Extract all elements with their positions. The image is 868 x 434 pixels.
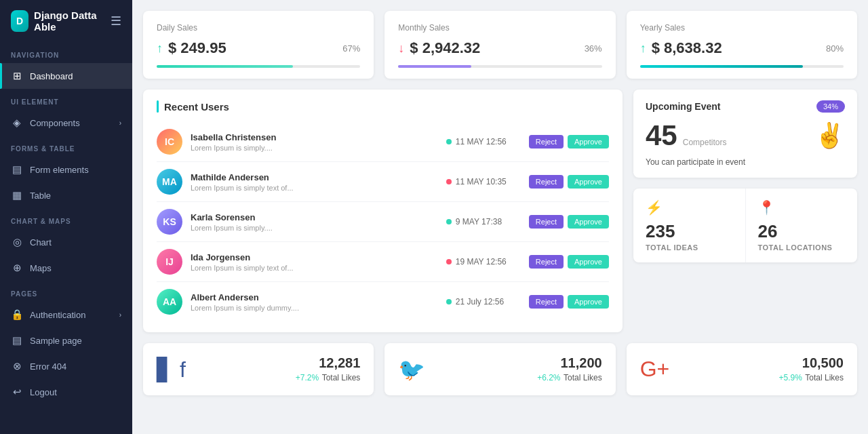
user-desc: Lorem Ipsum is simply.... xyxy=(191,224,438,232)
reject-button[interactable]: Reject xyxy=(529,135,564,149)
yearly-sales-label: Yearly Sales xyxy=(640,23,844,33)
nav-section-pages: PAGES xyxy=(0,281,132,302)
daily-sales-progress-bar xyxy=(157,65,360,68)
facebook-label: Total Likes xyxy=(322,373,361,382)
daily-sales-progress-fill xyxy=(157,65,293,68)
main-content: Daily Sales ↑ $ 249.95 67% Monthly Sales… xyxy=(132,0,868,434)
yearly-sales-card: Yearly Sales ↑ $ 8,638.32 80% xyxy=(627,11,857,79)
user-date: 21 July 12:56 xyxy=(446,297,521,307)
approve-button[interactable]: Approve xyxy=(568,175,609,189)
sidebar-item-maps[interactable]: ⊕ Maps xyxy=(0,255,132,281)
sidebar-item-dashboard[interactable]: ⊞ Dashboard xyxy=(0,63,132,89)
google-plus-growth: +5.9% xyxy=(778,373,802,382)
lightning-icon: ⚡ xyxy=(646,199,733,216)
middle-section: Recent Users IC Isabella Christensen Lor… xyxy=(143,90,857,332)
sidebar-item-label-table: Table xyxy=(30,191,51,201)
sidebar-item-sample-page[interactable]: ▤ Sample page xyxy=(0,328,132,353)
sample-page-icon: ▤ xyxy=(11,334,23,347)
user-info: Isabella Christensen Lorem Ipsum is simp… xyxy=(191,132,438,152)
monthly-sales-card: Monthly Sales ↓ $ 2,942.32 36% xyxy=(384,11,615,79)
avatar: IJ xyxy=(157,249,182,275)
approve-button[interactable]: Approve xyxy=(568,135,609,149)
sidebar-item-components[interactable]: ◈ Components › xyxy=(0,110,132,136)
status-dot-red xyxy=(446,179,452,184)
sidebar-item-label-chart: Chart xyxy=(30,237,52,248)
sidebar-item-label-maps: Maps xyxy=(30,263,52,273)
user-info: Ida Jorgensen Lorem Ipsum is simply text… xyxy=(191,252,438,272)
brand-area: D Django Datta Able ☰ xyxy=(0,0,132,42)
event-number: 45 xyxy=(646,119,677,152)
reject-button[interactable]: Reject xyxy=(529,255,564,269)
sidebar-item-label-error-404: Error 404 xyxy=(30,361,66,372)
dashboard-icon: ⊞ xyxy=(11,70,23,82)
twitter-card: 🐦 11,200 +6.2% Total Likes xyxy=(384,343,615,395)
lock-icon: 🔒 xyxy=(11,309,23,321)
event-title: Upcoming Event xyxy=(646,101,720,112)
reject-button[interactable]: Reject xyxy=(529,295,564,309)
sidebar-item-table[interactable]: ▦ Table xyxy=(0,182,132,208)
peace-hand-icon: ✌️ xyxy=(814,121,845,150)
event-badge: 34% xyxy=(816,100,845,113)
avatar: IC xyxy=(157,129,182,155)
arrow-down-icon-monthly: ↓ xyxy=(398,41,404,56)
brand-logo-text: D xyxy=(16,16,23,26)
sidebar-item-chart[interactable]: ◎ Chart xyxy=(0,229,132,255)
sidebar-item-error-404[interactable]: ⊗ Error 404 xyxy=(0,353,132,379)
approve-button[interactable]: Approve xyxy=(568,215,609,229)
user-date: 11 MAY 12:56 xyxy=(446,137,521,146)
user-desc: Lorem Ipsum is simply text of... xyxy=(191,184,438,192)
user-actions: Reject Approve xyxy=(529,295,609,309)
chart-icon: ◎ xyxy=(11,236,23,248)
twitter-label: Total Likes xyxy=(564,373,602,382)
table-row: IC Isabella Christensen Lorem Ipsum is s… xyxy=(157,122,609,162)
sidebar-item-logout[interactable]: ↩ Logout xyxy=(0,379,132,405)
status-dot-red xyxy=(446,259,452,264)
sidebar-item-form-elements[interactable]: ▤ Form elements xyxy=(0,157,132,182)
avatar-letter: MA xyxy=(162,176,177,187)
user-date: 19 MAY 12:56 xyxy=(446,257,521,267)
nav-section-ui-element: UI ELEMENT xyxy=(0,89,132,110)
user-info: Albert Andersen Lorem Ipsum is simply du… xyxy=(191,292,438,312)
logout-icon: ↩ xyxy=(11,386,23,398)
user-actions: Reject Approve xyxy=(529,135,609,149)
user-actions: Reject Approve xyxy=(529,215,609,229)
table-row: IJ Ida Jorgensen Lorem Ipsum is simply t… xyxy=(157,242,609,282)
facebook-count: 12,281 xyxy=(296,355,361,371)
sidebar-item-authentication[interactable]: 🔒 Authentication › xyxy=(0,302,132,328)
avatar: AA xyxy=(157,289,182,315)
event-description: You can participate in event xyxy=(646,157,845,167)
reject-button[interactable]: Reject xyxy=(529,175,564,189)
sidebar-item-label-form-elements: Form elements xyxy=(30,165,89,175)
facebook-growth: +7.2% xyxy=(296,373,319,382)
user-actions: Reject Approve xyxy=(529,255,609,269)
user-desc: Lorem Ipsum is simply.... xyxy=(191,144,438,152)
sidebar-item-label-logout: Logout xyxy=(30,387,57,397)
total-locations-box: 📍 26 TOTAL LOCATIONS xyxy=(746,189,858,262)
status-dot-green xyxy=(446,139,452,144)
table-row: AA Albert Andersen Lorem Ipsum is simply… xyxy=(157,282,609,321)
sidebar-item-label-sample-page: Sample page xyxy=(30,336,82,346)
total-ideas-label: TOTAL IDEAS xyxy=(646,243,733,252)
monthly-sales-value: ↓ $ 2,942.32 xyxy=(398,39,480,57)
error-icon: ⊗ xyxy=(11,360,23,372)
facebook-card: ▋ f 12,281 +7.2% Total Likes xyxy=(143,343,374,395)
facebook-icon: ▋ f xyxy=(157,357,186,382)
avatar-letter: IJ xyxy=(165,256,174,267)
avatar: MA xyxy=(157,169,182,195)
event-header: Upcoming Event 34% xyxy=(646,100,845,113)
sidebar-toggle-icon[interactable]: ☰ xyxy=(111,14,121,28)
stats-row-cards: ⚡ 235 TOTAL IDEAS 📍 26 TOTAL LOCATIONS xyxy=(633,189,857,262)
daily-sales-row: ↑ $ 249.95 67% xyxy=(157,39,360,57)
sidebar: D Django Datta Able ☰ NAVIGATION ⊞ Dashb… xyxy=(0,0,132,434)
twitter-growth: +6.2% xyxy=(537,373,560,382)
approve-button[interactable]: Approve xyxy=(568,255,609,269)
twitter-icon: 🐦 xyxy=(398,357,425,382)
user-info: Mathilde Andersen Lorem Ipsum is simply … xyxy=(191,172,438,192)
user-name: Isabella Christensen xyxy=(191,132,438,142)
user-desc: Lorem Ipsum is simply dummy.... xyxy=(191,304,438,312)
monthly-sales-progress-bar xyxy=(398,65,601,68)
approve-button[interactable]: Approve xyxy=(568,295,609,309)
reject-button[interactable]: Reject xyxy=(529,215,564,229)
table-row: KS Karla Sorensen Lorem Ipsum is simply.… xyxy=(157,202,609,242)
google-plus-label: Total Likes xyxy=(805,373,844,382)
